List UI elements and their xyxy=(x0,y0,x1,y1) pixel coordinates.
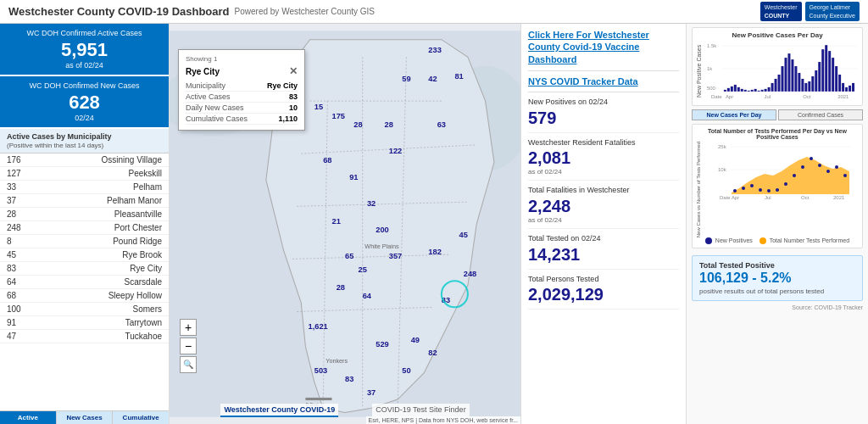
list-item[interactable]: 248Port Chester xyxy=(0,221,169,235)
popup-active-value: 83 xyxy=(289,92,298,101)
list-item[interactable]: 83Rye City xyxy=(0,262,169,276)
svg-rect-93 xyxy=(849,86,851,92)
total-fatalities-item: Total Fatalities in Westchester 2,248 as… xyxy=(528,186,679,229)
list-item[interactable]: 127Peekskill xyxy=(0,167,169,181)
list-item[interactable]: 68Sleepy Hollow xyxy=(0,289,169,303)
chart2-svg: 25k 10k xyxy=(713,142,859,201)
persons-tested-value: 2,029,129 xyxy=(528,284,679,304)
municipality-list[interactable]: 176Ossining Village127Peekskill33Pelham3… xyxy=(0,153,169,410)
svg-text:83: 83 xyxy=(345,375,353,383)
svg-text:42: 42 xyxy=(428,75,437,83)
svg-point-109 xyxy=(759,188,762,192)
svg-text:10k: 10k xyxy=(718,167,727,172)
map-area[interactable]: Showing 1 Rye City ✕ Municipality Rye Ci… xyxy=(170,24,520,424)
legend-tests-dot xyxy=(760,237,766,244)
svg-text:32: 32 xyxy=(367,199,376,208)
tab-active[interactable]: Active xyxy=(0,411,57,424)
svg-text:200: 200 xyxy=(376,226,389,234)
vaccine-link[interactable]: Click Here For Westchester County Covid-… xyxy=(528,29,679,71)
svg-point-110 xyxy=(767,189,771,192)
svg-rect-90 xyxy=(838,75,841,92)
logo-latimer: George LatimerCounty Executive xyxy=(805,2,860,22)
svg-rect-45 xyxy=(305,398,331,400)
svg-text:25k: 25k xyxy=(718,144,727,149)
chart2-title: Total Number of Tests Performed Per Day … xyxy=(696,128,859,140)
svg-text:81: 81 xyxy=(454,72,463,81)
close-icon[interactable]: ✕ xyxy=(289,65,298,77)
svg-rect-84 xyxy=(818,62,821,92)
zoom-in-button[interactable]: + xyxy=(180,319,197,336)
new-cases-value: 628 xyxy=(8,92,160,114)
svg-text:1,621: 1,621 xyxy=(309,322,328,331)
active-cases-box: WC DOH Confirmed Active Cases 5,951 as o… xyxy=(0,24,169,76)
list-item[interactable]: 176Ossining Village xyxy=(0,153,169,167)
list-item[interactable]: 28Pleasantville xyxy=(0,208,169,221)
list-item[interactable]: 33Pelham xyxy=(0,181,169,194)
map-attribution: Esri, HERE, NPS | Data from NYS DOH, web… xyxy=(366,416,520,424)
svg-text:45: 45 xyxy=(459,231,468,239)
tab-new-cases[interactable]: New Cases Per Day xyxy=(692,109,776,120)
header-logo: WestchesterCOUNTY George LatimerCounty E… xyxy=(760,2,860,22)
svg-text:Jul: Jul xyxy=(765,94,771,99)
svg-text:Apr: Apr xyxy=(726,94,733,99)
map-label-testsite[interactable]: COVID-19 Test Site Finder xyxy=(372,404,469,417)
list-item[interactable]: 37Pelham Manor xyxy=(0,194,169,208)
svg-rect-75 xyxy=(787,53,790,92)
nys-tracker-link[interactable]: NYS COVID Tracker Data xyxy=(528,76,679,92)
new-cases-date: 02/24 xyxy=(8,114,160,122)
svg-text:233: 233 xyxy=(428,46,442,54)
left-panel: WC DOH Confirmed Active Cases 5,951 as o… xyxy=(0,24,170,424)
list-item[interactable]: 64Scarsdale xyxy=(0,276,169,289)
svg-rect-81 xyxy=(808,81,810,92)
total-fatalities-date: as of 02/24 xyxy=(528,216,679,224)
tab-cumulative[interactable]: Cumulative xyxy=(113,411,169,424)
svg-text:182: 182 xyxy=(428,248,442,256)
list-item[interactable]: 100Somers xyxy=(0,303,169,316)
svg-rect-78 xyxy=(798,73,800,92)
svg-text:28: 28 xyxy=(385,120,393,129)
right-stats-panel: Click Here For Westchester County Covid-… xyxy=(520,24,686,424)
persons-tested-label: Total Persons Tested xyxy=(528,275,679,285)
svg-text:2021: 2021 xyxy=(837,94,849,99)
list-item[interactable]: 8Pound Ridge xyxy=(0,235,169,248)
svg-rect-74 xyxy=(784,58,787,92)
total-fatalities-label: Total Fatalities in Westchester xyxy=(528,186,679,196)
svg-point-113 xyxy=(793,174,796,177)
chart-tabs: New Cases Per Day Confirmed Cases xyxy=(692,109,863,120)
header-subtitle: Powered by Westchester County GIS xyxy=(235,7,375,16)
active-cases-date: as of 02/24 xyxy=(8,61,160,70)
list-item[interactable]: 47Tuckahoe xyxy=(0,330,169,343)
svg-rect-68 xyxy=(765,89,767,92)
resident-fatalities-label: Westchester Resident Fatalities xyxy=(528,138,679,148)
svg-text:65: 65 xyxy=(345,252,353,260)
popup-daily-value: 10 xyxy=(289,103,298,112)
resident-fatalities-value: 2,081 xyxy=(528,148,679,168)
svg-rect-56 xyxy=(724,90,726,92)
search-button[interactable]: 🔍 xyxy=(180,356,197,373)
svg-text:82: 82 xyxy=(428,349,437,357)
popup-cumulative-label: Cumulative Cases xyxy=(186,114,248,123)
tab-new-cases[interactable]: New Cases xyxy=(57,411,114,424)
svg-text:50: 50 xyxy=(402,366,410,375)
svg-text:59: 59 xyxy=(402,75,410,83)
zoom-out-button[interactable]: − xyxy=(180,338,197,354)
svg-point-107 xyxy=(742,187,745,190)
source-text: Source: COVID-19 Tracker xyxy=(692,304,863,310)
total-tested-label: Total Tested on 02/24 xyxy=(528,234,679,244)
popup-municipality-label: Municipality xyxy=(186,81,225,90)
svg-point-106 xyxy=(733,189,737,192)
header: Westchester County COVID-19 Dashboard Po… xyxy=(0,0,868,24)
svg-text:1k: 1k xyxy=(707,66,712,71)
svg-rect-76 xyxy=(791,59,793,92)
list-item[interactable]: 45Rye Brook xyxy=(0,248,169,262)
map-label-covid[interactable]: Westchester County COVID-19 xyxy=(220,404,338,417)
list-item[interactable]: 91Tarrytown xyxy=(0,316,169,330)
svg-rect-82 xyxy=(811,76,814,92)
svg-rect-58 xyxy=(731,86,733,92)
svg-rect-87 xyxy=(828,51,831,92)
popup-municipality-row: Municipality Rye City xyxy=(186,81,298,92)
svg-text:White Plains: White Plains xyxy=(364,243,399,250)
svg-point-118 xyxy=(835,165,838,169)
tab-confirmed[interactable]: Confirmed Cases xyxy=(778,109,863,120)
svg-point-119 xyxy=(843,174,847,177)
